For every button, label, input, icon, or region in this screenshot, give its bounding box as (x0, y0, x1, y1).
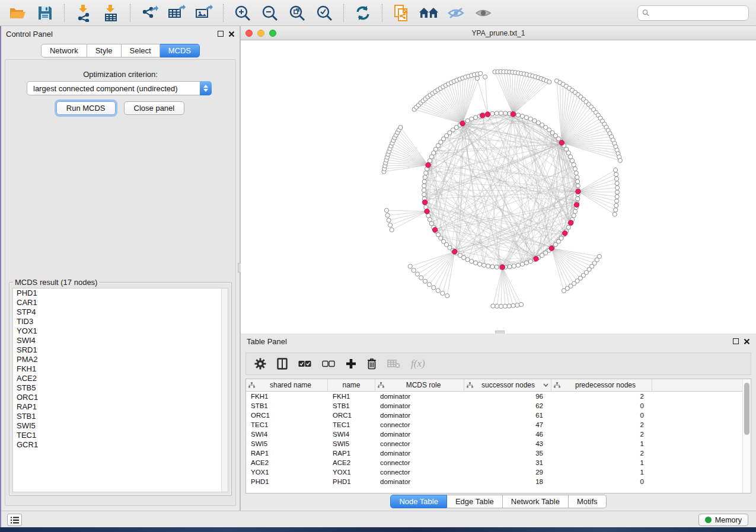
mcds-result-item[interactable]: STP4 (13, 307, 228, 317)
table-row[interactable]: SWI5SWI5connector431 (246, 439, 742, 448)
table-row[interactable]: ACE2ACE2connector311 (246, 458, 742, 467)
import-network-icon (75, 4, 92, 22)
mcds-result-item[interactable]: YOX1 (13, 326, 228, 336)
columns-icon (277, 358, 288, 370)
table-tab-network-table[interactable]: Network Table (503, 495, 569, 508)
table-scrollbar-thumb[interactable] (744, 383, 749, 435)
toolbar-separator (64, 4, 65, 22)
cell-shared-name: TEC1 (246, 421, 328, 428)
cell-predecessor-nodes: 2 (551, 431, 652, 438)
mcds-result-item[interactable]: RAP1 (13, 402, 228, 412)
close-panel-icon[interactable] (228, 31, 235, 37)
network-canvas[interactable] (241, 40, 756, 334)
cell-shared-name: PHD1 (246, 478, 328, 485)
table-row[interactable]: FKH1FKH1dominator962 (246, 392, 742, 401)
float-panel-icon[interactable] (218, 31, 224, 37)
mcds-result-item[interactable]: CAR1 (13, 298, 228, 307)
column-header-shared-name[interactable]: shared name (246, 379, 328, 391)
column-label: shared name (256, 381, 325, 389)
cell-predecessor-nodes: 0 (551, 412, 652, 419)
cell-successor-nodes: 18 (464, 478, 551, 485)
cell-MCDS-role: dominator (375, 431, 464, 438)
table-tab-motifs[interactable]: Motifs (569, 495, 607, 508)
cell-shared-name: SWI4 (246, 431, 328, 438)
import-table-button[interactable] (100, 3, 122, 23)
cell-MCDS-role: dominator (375, 412, 464, 419)
mcds-result-item[interactable]: STB5 (13, 383, 228, 393)
unselect-all-columns-button[interactable] (322, 360, 335, 367)
mcds-result-item[interactable]: PHD1 (13, 289, 228, 298)
table-row[interactable]: RAP1RAP1dominator352 (246, 448, 742, 458)
result-list-scrollbar[interactable] (221, 289, 228, 492)
mcds-result-item[interactable]: STB1 (13, 412, 228, 421)
export-network-button[interactable] (139, 3, 160, 23)
delete-column-button[interactable] (367, 358, 377, 370)
tab-style[interactable]: Style (87, 44, 122, 57)
hide-selected-button[interactable] (445, 3, 467, 23)
mcds-result-item[interactable]: TEC1 (13, 431, 228, 440)
export-image-button[interactable] (193, 3, 215, 23)
column-header-MCDS-role[interactable]: MCDS role (375, 379, 464, 391)
run-mcds-button[interactable]: Run MCDS (56, 101, 116, 115)
table-row[interactable]: ORC1ORC1dominator610 (246, 411, 742, 420)
zoom-fit-button[interactable] (286, 3, 308, 23)
table-tab-edge-table[interactable]: Edge Table (447, 495, 503, 508)
table-row[interactable]: STB1STB1dominator620 (246, 401, 742, 411)
zoom-in-button[interactable] (232, 3, 253, 23)
toolbar-separator (382, 4, 382, 22)
export-table-button[interactable] (166, 3, 187, 23)
first-neighbors-button[interactable] (418, 3, 439, 23)
task-history-button[interactable] (7, 514, 22, 526)
zoom-in-icon (234, 5, 251, 21)
mcds-result-item[interactable]: FKH1 (13, 364, 228, 374)
tab-select[interactable]: Select (122, 44, 160, 57)
table-row[interactable]: SWI4SWI4dominator462 (246, 430, 742, 439)
mcds-result-item[interactable]: TID3 (13, 317, 228, 326)
attribute-tree-icon (554, 382, 560, 388)
column-header-successor-nodes[interactable]: successor nodes (464, 379, 551, 391)
zoom-selected-button[interactable] (314, 3, 335, 23)
zoom-out-button[interactable] (259, 3, 280, 23)
refresh-icon (355, 5, 371, 21)
save-session-button[interactable] (34, 3, 56, 23)
tab-mcds[interactable]: MCDS (160, 44, 200, 57)
table-settings-button[interactable] (254, 358, 266, 370)
table-row[interactable]: TEC1TEC1connector472 (246, 420, 742, 430)
mcds-result-item[interactable]: GCR1 (13, 440, 228, 450)
import-network-button[interactable] (73, 3, 94, 23)
table-row[interactable]: PHD1PHD1dominator180 (246, 477, 742, 486)
float-table-panel-icon[interactable] (733, 338, 739, 344)
mcds-result-item[interactable]: SWI5 (13, 421, 228, 431)
table-tab-node-table[interactable]: Node Table (390, 495, 447, 508)
column-header-predecessor-nodes[interactable]: predecessor nodes (551, 379, 652, 391)
mcds-result-list[interactable]: PHD1CAR1STP4TID3YOX1SWI4SRD1PMA2FKH1ACE2… (12, 288, 228, 492)
column-header-name[interactable]: name (328, 379, 375, 391)
create-column-button[interactable] (346, 358, 356, 369)
show-columns-button[interactable] (277, 358, 288, 370)
table-row[interactable]: YOX1YOX1connector291 (246, 467, 742, 477)
criterion-dropdown[interactable]: largest connected component (undirected) (27, 81, 212, 95)
mcds-result-item[interactable]: ORC1 (13, 393, 228, 402)
mcds-result-item[interactable]: SWI4 (13, 336, 228, 345)
search-input[interactable] (652, 9, 744, 17)
close-table-panel-icon[interactable] (744, 338, 750, 345)
refresh-button[interactable] (352, 3, 374, 23)
cell-shared-name: RAP1 (246, 450, 328, 457)
cell-shared-name: STB1 (246, 402, 328, 409)
tab-network[interactable]: Network (41, 44, 87, 57)
function-builder-button-disabled[interactable]: f(x) (411, 358, 425, 370)
select-all-columns-button[interactable] (298, 360, 311, 367)
mcds-result-item[interactable]: PMA2 (13, 355, 228, 364)
table-panel-header: Table Panel (241, 334, 756, 349)
duplicate-network-button[interactable] (391, 3, 412, 23)
desktop-edge-bottom (0, 527, 756, 532)
delete-table-button-disabled[interactable] (387, 359, 400, 368)
close-panel-button[interactable]: Close panel (124, 101, 185, 115)
import-table-icon (103, 4, 119, 22)
show-all-button[interactable] (473, 3, 494, 23)
mcds-result-item[interactable]: SRD1 (13, 345, 228, 355)
open-session-button[interactable] (7, 3, 28, 23)
memory-button[interactable]: Memory (698, 514, 748, 526)
table-scrollbar[interactable] (742, 379, 751, 493)
mcds-result-item[interactable]: ACE2 (13, 374, 228, 383)
